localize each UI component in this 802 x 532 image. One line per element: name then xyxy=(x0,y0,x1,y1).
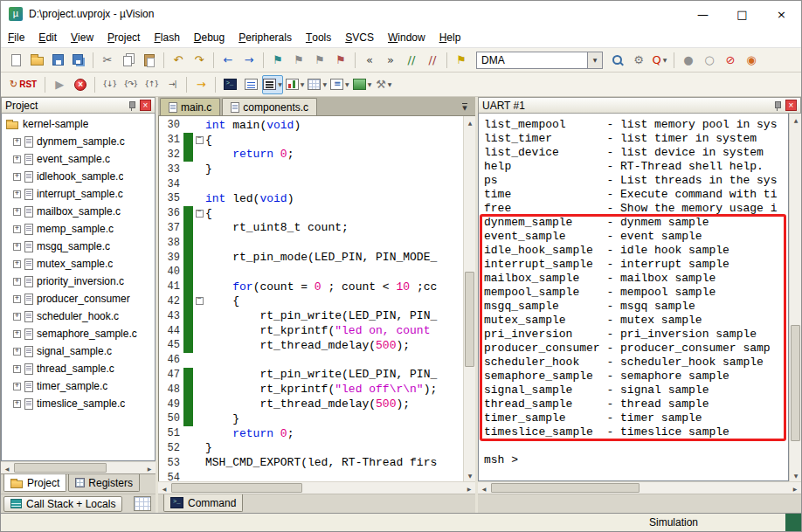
fold-minus-icon[interactable] xyxy=(196,297,204,305)
save-icon[interactable] xyxy=(48,51,67,70)
bookmark-prev-icon[interactable]: ⚑ xyxy=(289,51,308,70)
uart-close-icon[interactable] xyxy=(785,100,797,111)
expand-icon[interactable] xyxy=(13,400,21,408)
system-viewer-icon[interactable]: ▼ xyxy=(352,75,373,94)
target-select-arrow[interactable]: ▼ xyxy=(588,52,603,69)
menu-edit[interactable]: Edit xyxy=(31,27,64,47)
code-editor[interactable]: 30int main(void)31{32 return 0;33}3435in… xyxy=(159,116,463,481)
menu-project[interactable]: Project xyxy=(100,27,147,47)
menu-flash[interactable]: Flash xyxy=(147,27,186,47)
watch-window-icon[interactable]: ▼ xyxy=(329,75,350,94)
dropdown-arrow-icon[interactable]: ▼ xyxy=(663,57,667,63)
scroll-right-icon[interactable] xyxy=(143,462,156,474)
open-file-icon[interactable] xyxy=(27,51,46,70)
expand-icon[interactable] xyxy=(13,330,21,338)
tree-item-timer_sample-c[interactable]: timer_sample.c xyxy=(2,377,155,395)
uart-content[interactable]: list_mempool - list memory pool in sysli… xyxy=(478,114,789,481)
tree-item-dynmem_sample-c[interactable]: dynmem_sample.c xyxy=(2,133,155,150)
command-window-icon[interactable] xyxy=(220,75,239,94)
uart-vscrollbar[interactable] xyxy=(789,114,801,481)
minimize-button[interactable]: — xyxy=(683,1,722,27)
show-next-statement-icon[interactable]: → xyxy=(191,75,211,94)
tree-item-memp_sample-c[interactable]: memp_sample.c xyxy=(2,220,155,238)
scroll-left-icon[interactable] xyxy=(478,482,490,494)
step-into-icon[interactable]: {↓} xyxy=(100,75,119,94)
scroll-thumb[interactable] xyxy=(171,483,302,493)
expand-icon[interactable] xyxy=(13,225,21,233)
editor-hscrollbar[interactable] xyxy=(158,481,475,494)
tab-components-c[interactable]: components.c xyxy=(222,98,317,115)
scroll-left-icon[interactable] xyxy=(158,482,170,494)
comment-icon[interactable]: // xyxy=(402,51,421,70)
uart-hscrollbar[interactable] xyxy=(478,481,801,494)
dropdown-arrow-icon[interactable]: ▼ xyxy=(388,81,392,87)
memory-grid-icon[interactable] xyxy=(134,496,151,511)
close-button[interactable]: × xyxy=(762,1,801,27)
breakpoint-disable-icon[interactable]: ◉ xyxy=(742,51,761,70)
expand-icon[interactable] xyxy=(13,348,21,356)
scroll-thumb[interactable] xyxy=(14,463,107,473)
expand-icon[interactable] xyxy=(13,138,21,146)
analysis-windows-icon[interactable]: ▼ xyxy=(285,75,306,94)
scroll-right-icon[interactable] xyxy=(789,482,801,494)
bottom-tab-project[interactable]: Project xyxy=(3,474,66,492)
navigate-back-icon[interactable]: ← xyxy=(218,51,238,70)
uncomment-icon[interactable]: // xyxy=(423,51,442,70)
breakpoint-kill-icon[interactable]: ⊘ xyxy=(721,51,740,70)
expand-icon[interactable] xyxy=(13,243,21,251)
scroll-thumb[interactable] xyxy=(491,483,640,493)
tree-item-timeslice_sample-c[interactable]: timeslice_sample.c xyxy=(2,395,155,412)
maximize-button[interactable]: □ xyxy=(722,1,762,27)
fold-marker[interactable] xyxy=(193,297,205,305)
toolbox-icon[interactable]: ⚒▼ xyxy=(374,75,393,94)
expand-icon[interactable] xyxy=(13,260,21,268)
manage-target-icon[interactable] xyxy=(608,51,627,70)
fold-marker[interactable] xyxy=(193,210,205,218)
project-tree[interactable]: kernel-sampledynmem_sample.cevent_sample… xyxy=(1,114,156,461)
fold-minus-icon[interactable] xyxy=(196,136,204,144)
dropdown-arrow-icon[interactable]: ▼ xyxy=(278,81,282,87)
scroll-up-icon[interactable] xyxy=(790,114,802,126)
serial-window-button[interactable]: ▼ xyxy=(262,75,283,94)
menu-help[interactable]: Help xyxy=(432,27,468,47)
callstack-tab[interactable]: Call Stack + Locals xyxy=(3,496,122,512)
expand-icon[interactable] xyxy=(13,278,21,286)
navigate-forward-icon[interactable]: → xyxy=(239,51,259,70)
menu-window[interactable]: Window xyxy=(381,27,432,47)
tree-item-event_sample-c[interactable]: event_sample.c xyxy=(2,150,155,168)
bookmark-next-icon[interactable]: ⚑ xyxy=(310,51,329,70)
dropdown-arrow-icon[interactable]: ▼ xyxy=(322,81,327,87)
expand-icon[interactable] xyxy=(13,190,21,198)
tab-list-chevron-icon[interactable] xyxy=(458,100,472,113)
scroll-thumb[interactable] xyxy=(791,325,800,441)
paste-icon[interactable] xyxy=(140,51,159,70)
tree-item-mailbox_sample-c[interactable]: mailbox_sample.c xyxy=(2,203,155,220)
expand-icon[interactable] xyxy=(13,208,21,216)
dropdown-arrow-icon[interactable]: ▼ xyxy=(301,81,305,87)
scroll-up-icon[interactable] xyxy=(464,116,475,128)
tree-item-scheduler_hook-c[interactable]: scheduler_hook.c xyxy=(2,307,155,325)
expand-icon[interactable] xyxy=(13,383,21,390)
project-hscrollbar[interactable] xyxy=(1,461,156,473)
menu-file[interactable]: File xyxy=(1,27,31,47)
tree-root[interactable]: kernel-sample xyxy=(2,115,155,133)
unindent-icon[interactable]: « xyxy=(360,51,379,70)
breakpoint-icon[interactable]: ● xyxy=(679,51,698,70)
run-icon[interactable]: ▶ xyxy=(50,75,69,94)
stop-icon[interactable] xyxy=(71,75,90,94)
disassembly-window-icon[interactable] xyxy=(241,75,260,94)
scroll-thumb[interactable] xyxy=(465,272,474,367)
project-close-icon[interactable] xyxy=(140,100,151,111)
expand-icon[interactable] xyxy=(13,155,21,163)
expand-icon[interactable] xyxy=(13,295,21,303)
run-to-cursor-icon[interactable]: →| xyxy=(162,75,182,94)
save-all-icon[interactable] xyxy=(69,51,88,70)
memory-window-icon[interactable]: ▼ xyxy=(307,75,328,94)
expand-icon[interactable] xyxy=(13,365,21,373)
dropdown-arrow-icon[interactable]: ▼ xyxy=(345,81,349,87)
debug-session-icon[interactable]: Q▼ xyxy=(650,51,669,70)
dropdown-arrow-icon[interactable]: ▼ xyxy=(368,81,372,87)
new-file-icon[interactable] xyxy=(6,51,25,70)
tree-item-signal_sample-c[interactable]: signal_sample.c xyxy=(2,342,155,360)
tree-item-producer_consumer[interactable]: producer_consumer xyxy=(2,290,155,307)
